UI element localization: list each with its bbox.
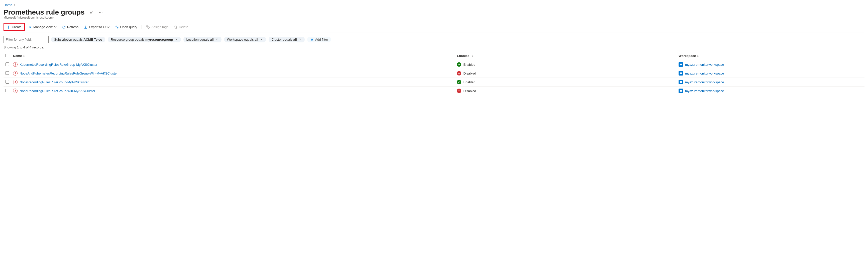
svg-point-2 (117, 27, 118, 28)
svg-rect-6 (680, 81, 682, 83)
rule-group-link[interactable]: NodeRecordingRulesRuleGroup-MyAKSCluster (20, 80, 89, 84)
workspace-link[interactable]: myazuremonitorworkspace (685, 63, 724, 66)
trash-icon (174, 25, 178, 29)
prometheus-icon (13, 80, 18, 84)
chevron-right-icon (14, 3, 16, 7)
workspace-icon (679, 80, 683, 84)
rule-groups-table: Name↑↓ Enabled↑↓ Workspace↑↓ KubernetesR… (3, 52, 865, 95)
breadcrumb: Home (3, 3, 865, 7)
status-text: Enabled (463, 80, 475, 84)
records-count: Showing 1 to 4 of 4 records. (3, 46, 865, 49)
filter-pill-text: Location equals all (186, 38, 214, 42)
status-text: Disabled (463, 72, 476, 75)
filter-pill[interactable]: Location equals all✕ (183, 37, 221, 43)
table-row: NodeRecordingRulesRuleGroup-MyAKSCluster… (3, 78, 865, 87)
manage-view-label: Manage view (33, 25, 53, 29)
row-checkbox[interactable] (5, 80, 9, 84)
filter-pill-text: Workspace equals all (227, 38, 258, 42)
enabled-icon (457, 62, 461, 67)
export-csv-label: Export to CSV (89, 25, 110, 29)
rule-group-link[interactable]: NodeRecordingRulesRuleGroup-Win-MyAKSClu… (20, 89, 95, 93)
command-bar: Create Manage view Refresh Export to CSV… (3, 23, 865, 33)
svg-point-0 (30, 27, 31, 28)
svg-rect-7 (680, 90, 682, 92)
open-query-button[interactable]: Open query (113, 24, 139, 30)
filter-input[interactable] (3, 36, 49, 43)
close-icon[interactable]: ✕ (215, 38, 218, 41)
close-icon[interactable]: ✕ (299, 38, 302, 41)
select-all-checkbox[interactable] (5, 54, 9, 57)
svg-rect-4 (680, 64, 682, 65)
row-checkbox[interactable] (5, 89, 9, 92)
refresh-button[interactable]: Refresh (60, 24, 81, 30)
enabled-icon (457, 80, 461, 84)
filter-pill[interactable]: Resource group equals myresourcegroup✕ (108, 37, 181, 43)
table-row: KubernetesRecordingRulesRuleGroup-MyAKSC… (3, 60, 865, 69)
filter-icon (310, 38, 314, 41)
rule-group-link[interactable]: KubernetesRecordingRulesRuleGroup-MyAKSC… (20, 63, 97, 66)
refresh-label: Refresh (67, 25, 79, 29)
svg-point-1 (116, 26, 117, 27)
chevron-down-icon (54, 25, 57, 29)
filter-pill-text: Resource group equals myresourcegroup (111, 38, 173, 42)
pin-icon[interactable] (88, 9, 94, 16)
delete-button: Delete (172, 24, 190, 30)
download-icon (84, 25, 88, 29)
svg-rect-5 (680, 73, 682, 74)
table-row: NodeRecordingRulesRuleGroup-Win-MyAKSClu… (3, 87, 865, 95)
sort-icon: ↑↓ (471, 55, 473, 57)
refresh-icon (62, 25, 66, 29)
workspace-icon (679, 62, 683, 67)
status-text: Disabled (463, 89, 476, 93)
manage-view-button[interactable]: Manage view (26, 24, 59, 30)
filter-pill-text: Subscription equals ACME Telco (54, 38, 102, 42)
filter-bar: Subscription equals ACME TelcoResource g… (3, 36, 865, 43)
query-icon (115, 25, 119, 29)
prometheus-icon (13, 89, 18, 93)
row-checkbox[interactable] (5, 71, 9, 75)
page-title: Prometheus rule groups (3, 8, 85, 16)
filter-pill[interactable]: Workspace equals all✕ (224, 37, 266, 43)
plus-icon (7, 25, 10, 29)
filter-pill[interactable]: Cluster equals all✕ (269, 37, 305, 43)
column-header-workspace[interactable]: Workspace↑↓ (677, 52, 865, 60)
prometheus-icon (13, 71, 18, 76)
row-checkbox[interactable] (5, 62, 9, 66)
page-subtitle: Microsoft (microsoft.onmicrosoft.com) (3, 16, 865, 19)
rule-group-link[interactable]: NodeAndKubernetesRecordingRulesRuleGroup… (20, 72, 118, 75)
toolbar-separator (142, 25, 142, 29)
breadcrumb-home[interactable]: Home (3, 3, 12, 7)
table-row: NodeAndKubernetesRecordingRulesRuleGroup… (3, 69, 865, 78)
create-button[interactable]: Create (5, 24, 24, 30)
workspace-icon (679, 89, 683, 93)
status-text: Enabled (463, 63, 475, 66)
gear-icon (28, 25, 32, 29)
tag-icon (146, 25, 150, 29)
open-query-label: Open query (120, 25, 137, 29)
prometheus-icon (13, 62, 18, 67)
filter-pill[interactable]: Subscription equals ACME Telco (51, 37, 105, 43)
close-icon[interactable]: ✕ (175, 38, 178, 41)
filter-pill-text: Cluster equals all (272, 38, 297, 42)
column-header-enabled[interactable]: Enabled↑↓ (455, 52, 677, 60)
disabled-icon (457, 71, 461, 76)
add-filter-button[interactable]: Add filter (307, 37, 331, 43)
disabled-icon (457, 89, 461, 93)
workspace-icon (679, 71, 683, 76)
more-icon[interactable]: ⋯ (98, 9, 104, 16)
column-header-name[interactable]: Name↑↓ (11, 52, 455, 60)
add-filter-label: Add filter (315, 38, 328, 42)
svg-point-3 (147, 26, 148, 27)
export-csv-button[interactable]: Export to CSV (82, 24, 112, 30)
sort-icon: ↑↓ (23, 55, 25, 57)
create-label: Create (12, 25, 22, 29)
assign-tags-button: Assign tags (144, 24, 170, 30)
workspace-link[interactable]: myazuremonitorworkspace (685, 72, 724, 75)
assign-tags-label: Assign tags (151, 25, 168, 29)
workspace-link[interactable]: myazuremonitorworkspace (685, 80, 724, 84)
sort-icon: ↑↓ (697, 55, 700, 57)
close-icon[interactable]: ✕ (260, 38, 263, 41)
delete-label: Delete (179, 25, 188, 29)
workspace-link[interactable]: myazuremonitorworkspace (685, 89, 724, 93)
